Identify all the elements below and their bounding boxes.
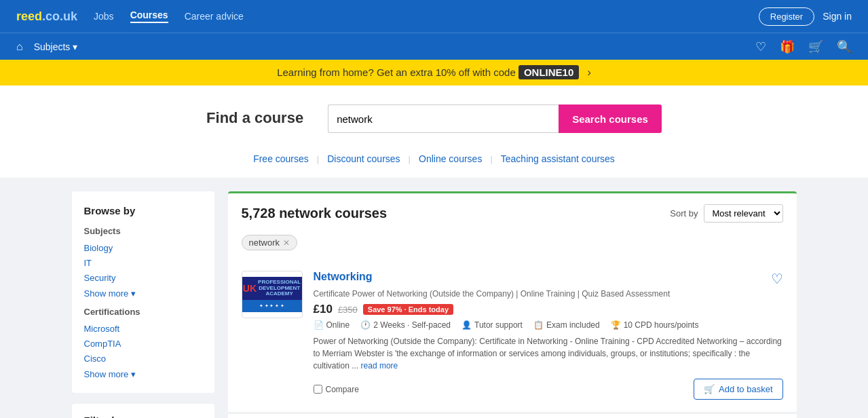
sort-label: Sort by — [670, 208, 698, 218]
sub-nav-left: ⌂ Subjects ▾ — [16, 41, 77, 53]
results-header: 5,728 network courses Sort by Most relev… — [228, 191, 797, 229]
nav-career-advice[interactable]: Career advice — [185, 11, 244, 22]
meta-duration: 🕐 2 Weeks · Self-paced — [360, 320, 451, 330]
nav-courses[interactable]: Courses — [130, 10, 168, 23]
sidebar-item-comptia[interactable]: CompTIA — [84, 339, 202, 349]
course-info: Networking ♡ Certificate Power of Networ… — [314, 271, 783, 400]
save-badge: Save 97% · Ends today — [363, 304, 453, 315]
course-header: Networking ♡ — [314, 271, 783, 287]
gift-icon[interactable]: 🎁 — [780, 39, 795, 54]
search-row: Search courses — [328, 104, 662, 133]
sidebar-item-cisco[interactable]: Cisco — [84, 354, 202, 364]
logo-text: reed — [16, 10, 42, 23]
logo-suffix: .co.uk — [42, 10, 77, 23]
quick-link-teaching[interactable]: Teaching assistant courses — [493, 153, 623, 164]
sub-nav: ⌂ Subjects ▾ ♡ 🎁 🛒 🔍 — [0, 33, 868, 60]
sidebar-item-security[interactable]: Security — [84, 273, 202, 283]
course-card: STUDY 🕐ONLINE New to Networking ♡ Become… — [228, 413, 797, 418]
promo-code: ONLINE10 — [518, 65, 579, 79]
remove-filter-icon[interactable]: ✕ — [283, 238, 290, 248]
home-icon[interactable]: ⌂ — [16, 41, 23, 53]
chevron-down-icon: ▾ — [131, 369, 136, 379]
course-title[interactable]: Networking — [314, 271, 373, 283]
subjects-label: Subjects — [34, 41, 71, 52]
top-nav-right: Register Sign in — [759, 7, 852, 26]
sidebar-item-microsoft[interactable]: Microsoft — [84, 324, 202, 334]
price-row: £10 £350 Save 97% · Ends today — [314, 303, 783, 316]
search-input[interactable] — [328, 104, 559, 133]
price-old: £350 — [338, 305, 358, 315]
search-icon[interactable]: 🔍 — [837, 39, 852, 54]
subjects-heading: Subjects — [84, 226, 202, 236]
quick-links: Free courses | Discount courses | Online… — [16, 153, 852, 164]
show-more-certs-label: Show more — [84, 369, 129, 379]
compare-label: Compare — [326, 385, 359, 394]
sign-in-link[interactable]: Sign in — [823, 11, 852, 22]
results-area: 5,728 network courses Sort by Most relev… — [228, 191, 797, 418]
uk-logo: UK PROFESSIONALDEVELOPMENTACADEMY ✦ ✦ ✦ … — [242, 277, 303, 312]
browse-title: Browse by — [84, 205, 202, 216]
quick-link-discount[interactable]: Discount courses — [319, 153, 408, 164]
sort-row: Sort by Most relevant — [670, 204, 782, 223]
wishlist-heart-icon[interactable]: ♡ — [771, 271, 783, 287]
results-suffix: courses — [335, 206, 387, 221]
filter-tag-label: network — [249, 238, 280, 248]
sidebar: Browse by Subjects Biology IT Security S… — [72, 191, 214, 418]
filter-title: Filter by — [84, 415, 202, 418]
meta-tutor: 👤 Tutor support — [461, 320, 523, 330]
show-more-subjects[interactable]: Show more ▾ — [84, 288, 202, 299]
sub-nav-icons: ♡ 🎁 🛒 🔍 — [755, 39, 852, 54]
certifications-section: Certifications Microsoft CompTIA Cisco S… — [84, 307, 202, 379]
course-subtitle: Certificate Power of Networking (Outside… — [314, 289, 783, 299]
course-description: Power of Networking (Outside the Company… — [314, 335, 783, 372]
add-to-basket-button[interactable]: 🛒 Add to basket — [694, 379, 783, 400]
meta-row: 📄 Online 🕐 2 Weeks · Self-paced 👤 Tutor … — [314, 320, 783, 330]
search-button[interactable]: Search courses — [559, 104, 662, 133]
chevron-down-icon: ▾ — [131, 288, 136, 299]
basket-icon[interactable]: 🛒 — [808, 39, 823, 54]
active-filter-tag: network ✕ — [242, 235, 298, 250]
promo-banner: Learning from home? Get an extra 10% off… — [0, 60, 868, 86]
chevron-down-icon: ▾ — [73, 41, 77, 52]
course-logo: UK PROFESSIONALDEVELOPMENTACADEMY ✦ ✦ ✦ … — [242, 271, 303, 318]
compare-checkbox[interactable]: Compare — [314, 385, 359, 394]
top-nav: reed.co.uk Jobs Courses Career advice Re… — [0, 0, 868, 33]
search-section: Find a course Search courses Free course… — [0, 86, 868, 178]
banner-arrow[interactable]: › — [587, 66, 590, 78]
wishlist-icon[interactable]: ♡ — [755, 39, 766, 54]
show-more-certs[interactable]: Show more ▾ — [84, 369, 202, 379]
compare-input[interactable] — [314, 385, 322, 394]
sidebar-item-it[interactable]: IT — [84, 258, 202, 268]
basket-btn-icon: 🛒 — [704, 384, 715, 394]
card-footer: Compare 🛒 Add to basket — [314, 379, 783, 400]
search-label: Find a course — [206, 109, 303, 127]
course-card: UK PROFESSIONALDEVELOPMENTACADEMY ✦ ✦ ✦ … — [228, 259, 797, 412]
quick-link-free[interactable]: Free courses — [245, 153, 317, 164]
nav-jobs[interactable]: Jobs — [94, 11, 114, 22]
sidebar-item-biology[interactable]: Biology — [84, 243, 202, 253]
main-layout: Browse by Subjects Biology IT Security S… — [61, 191, 808, 418]
subjects-dropdown[interactable]: Subjects ▾ — [34, 41, 78, 52]
results-keyword: network — [279, 206, 331, 221]
sort-select[interactable]: Most relevant — [704, 204, 783, 223]
price-main: £10 — [314, 303, 333, 316]
filter-section: Filter by — [72, 404, 214, 418]
basket-btn-label: Add to basket — [719, 384, 773, 394]
register-button[interactable]: Register — [759, 7, 814, 26]
filter-tags: network ✕ — [228, 229, 797, 259]
browse-section: Browse by Subjects Biology IT Security S… — [72, 191, 214, 393]
top-nav-left: reed.co.uk Jobs Courses Career advice — [16, 10, 244, 24]
read-more-link[interactable]: read more — [361, 361, 398, 370]
results-count: 5,728 — [242, 206, 276, 221]
meta-online: 📄 Online — [314, 320, 350, 330]
certifications-heading: Certifications — [84, 307, 202, 317]
show-more-subjects-label: Show more — [84, 288, 129, 299]
logo[interactable]: reed.co.uk — [16, 10, 77, 24]
meta-cpd: 🏆 10 CPD hours/points — [611, 320, 699, 330]
banner-text: Learning from home? Get an extra 10% off… — [277, 66, 516, 78]
meta-exam: 📋 Exam included — [533, 320, 600, 330]
results-title: 5,728 network courses — [242, 206, 388, 221]
quick-link-online[interactable]: Online courses — [411, 153, 490, 164]
